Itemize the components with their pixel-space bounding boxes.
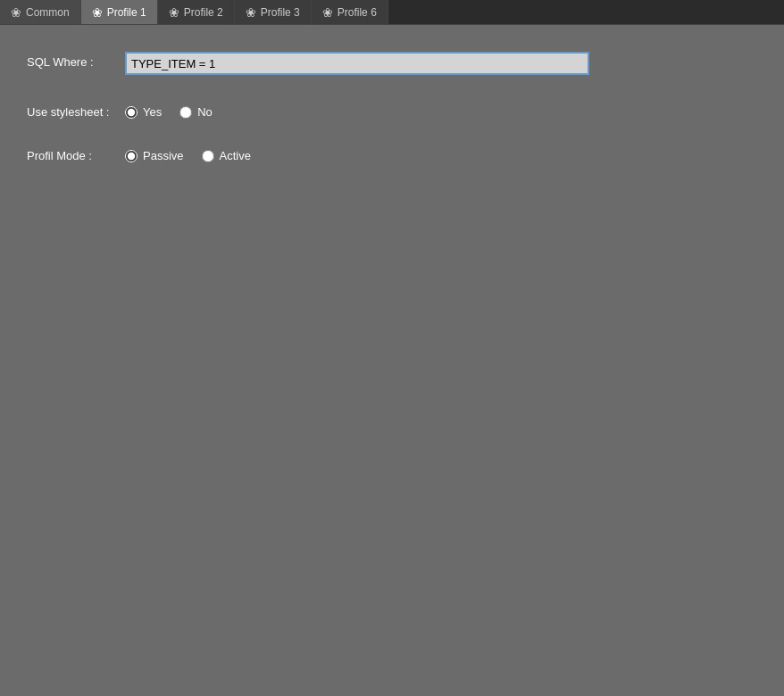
sql-where-input[interactable] [125, 52, 589, 75]
sql-where-field [125, 52, 757, 75]
tab-common-label: Common [26, 6, 70, 19]
tab-profile3-label: Profile 3 [261, 6, 300, 19]
tab-profile6-label: Profile 6 [338, 6, 377, 19]
use-stylesheet-row: Use stylesheet : Yes No [27, 102, 757, 119]
stylesheet-no-label: No [197, 105, 213, 119]
flower-icon-1: ❀ [92, 5, 103, 20]
stylesheet-radio-group: Yes No [125, 102, 213, 119]
use-stylesheet-label: Use stylesheet : [27, 102, 125, 119]
stylesheet-no-option[interactable]: No [179, 105, 213, 119]
tab-profile2[interactable]: ❀ Profile 2 [158, 0, 235, 24]
flower-icon: ❀ [11, 5, 21, 20]
profil-mode-active-option[interactable]: Active [202, 149, 251, 162]
main-content: SQL Where : Use stylesheet : Yes No Prof… [0, 25, 784, 216]
tab-profile1-label: Profile 1 [107, 6, 146, 19]
flower-icon-3: ❀ [246, 5, 256, 20]
stylesheet-no-radio[interactable] [179, 106, 192, 119]
tab-profile6[interactable]: ❀ Profile 6 [312, 0, 388, 24]
sql-where-label: SQL Where : [27, 52, 125, 69]
tab-bar: ❀ Common ❀ Profile 1 ❀ Profile 2 ❀ Profi… [0, 0, 784, 25]
profil-mode-passive-radio[interactable] [125, 150, 138, 162]
tab-common[interactable]: ❀ Common [0, 0, 81, 24]
profil-mode-passive-label: Passive [143, 149, 184, 162]
profil-mode-label: Profil Mode : [27, 145, 125, 162]
sql-where-row: SQL Where : [27, 52, 757, 75]
stylesheet-yes-radio[interactable] [125, 106, 138, 119]
profil-mode-passive-option[interactable]: Passive [125, 149, 184, 162]
profil-mode-radio-group: Passive Active [125, 145, 251, 162]
flower-icon-2: ❀ [169, 5, 179, 20]
stylesheet-yes-label: Yes [143, 105, 162, 119]
tab-profile3[interactable]: ❀ Profile 3 [235, 0, 312, 24]
profil-mode-row: Profil Mode : Passive Active [27, 145, 757, 162]
tab-profile2-label: Profile 2 [184, 6, 223, 19]
tab-profile1[interactable]: ❀ Profile 1 [81, 0, 158, 24]
profil-mode-active-radio[interactable] [202, 150, 214, 162]
profil-mode-active-label: Active [220, 149, 251, 162]
flower-icon-6: ❀ [322, 5, 333, 20]
stylesheet-yes-option[interactable]: Yes [125, 105, 162, 119]
